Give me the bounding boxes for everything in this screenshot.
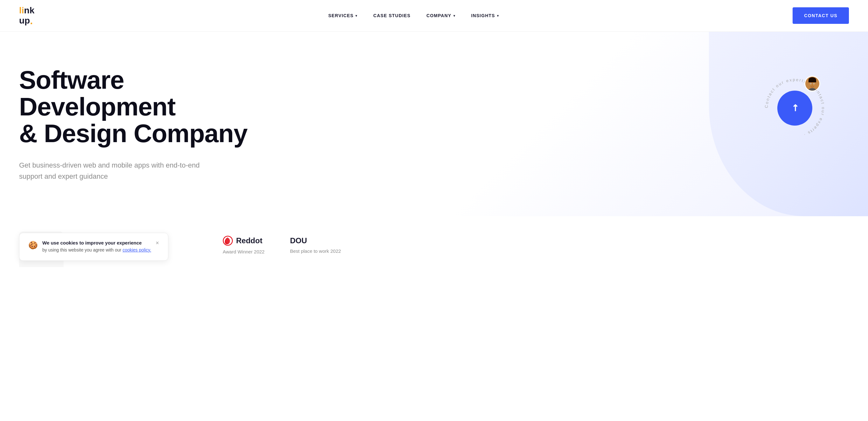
nav-item-insights[interactable]: INSIGHTS ▾	[471, 13, 499, 18]
logo-line2: up.	[19, 15, 34, 26]
hero-subtitle: Get business-driven web and mobile apps …	[19, 160, 210, 182]
svg-point-9	[812, 85, 813, 86]
nav-links: SERVICES ▾ CASE STUDIES COMPANY ▾ INSIGH…	[328, 13, 499, 18]
svg-point-7	[810, 83, 811, 84]
chevron-down-icon: ▾	[355, 14, 357, 18]
arrow-icon: ↗	[788, 102, 801, 115]
nav-item-services[interactable]: SERVICES ▾	[328, 13, 358, 18]
nav-item-company[interactable]: COMPANY ▾	[426, 13, 455, 18]
contact-expert-widget[interactable]: Contact our experts · Contact our expert…	[760, 73, 830, 143]
contact-expert-button[interactable]: ↗	[777, 91, 812, 126]
cookie-description: by using this website you agree with our…	[42, 247, 151, 253]
bottom-section: 1 S Reddot Award Winner 2022 DOU Best pl…	[0, 216, 868, 267]
svg-point-8	[814, 83, 814, 84]
cookie-text: We use cookies to improve your experienc…	[42, 240, 151, 253]
hero-title: Software Development & Design Company	[19, 67, 274, 147]
hero-content: Software Development & Design Company Ge…	[19, 57, 274, 197]
contact-us-button[interactable]: CONTACT US	[793, 7, 849, 24]
reddot-icon	[223, 236, 233, 246]
cookie-banner: 🍪 We use cookies to improve your experie…	[19, 233, 168, 261]
cookies-policy-link[interactable]: cookies policy.	[123, 248, 151, 253]
expert-avatar	[804, 76, 820, 92]
reddot-logo: Reddot	[223, 236, 265, 246]
svg-rect-3	[808, 80, 816, 83]
dou-logo: DOU	[290, 236, 341, 245]
hero-section: Software Development & Design Company Ge…	[0, 32, 868, 216]
chevron-down-icon: ▾	[497, 14, 499, 18]
award-reddot: Reddot Award Winner 2022	[223, 236, 265, 254]
cookie-icon: 🍪	[28, 241, 38, 250]
nav-item-case-studies[interactable]: CASE STUDIES	[373, 13, 410, 18]
cookie-title: We use cookies to improve your experienc…	[42, 240, 151, 246]
navbar: link up. SERVICES ▾ CASE STUDIES COMPANY…	[0, 0, 868, 32]
award-dou: DOU Best place to work 2022	[290, 236, 341, 254]
logo-line1: link	[19, 6, 34, 15]
chevron-down-icon: ▾	[454, 14, 455, 18]
awards-section: Reddot Award Winner 2022 DOU Best place …	[223, 236, 341, 254]
logo[interactable]: link up.	[19, 6, 34, 26]
cookie-close-button[interactable]: ×	[156, 240, 159, 246]
